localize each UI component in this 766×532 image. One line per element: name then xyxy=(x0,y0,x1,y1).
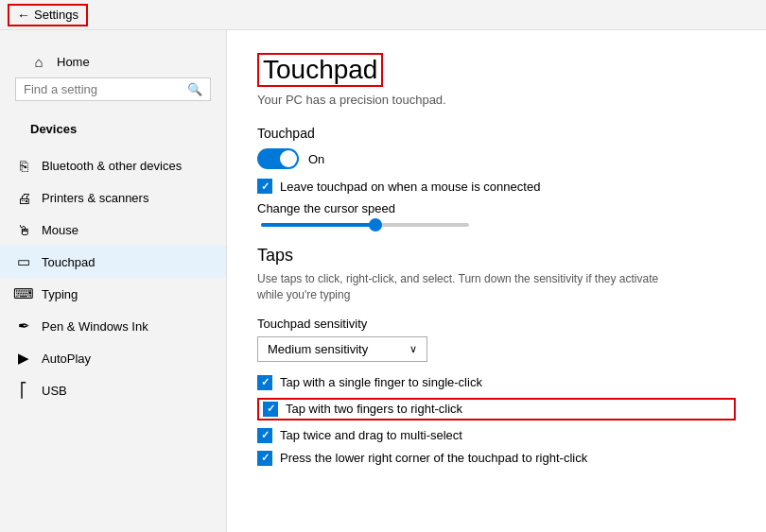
tap-single-checkbox[interactable] xyxy=(257,375,272,390)
tap-two-label: Tap with two fingers to right-click xyxy=(286,402,462,416)
tap-single-row[interactable]: Tap with a single finger to single-click xyxy=(257,375,736,390)
taps-desc: Use taps to click, right-click, and sele… xyxy=(257,271,673,303)
sidebar: ⌂ Home 🔍 Devices ⎘ Bluetooth & other dev… xyxy=(0,30,227,532)
touchpad-icon: ▭ xyxy=(15,253,32,270)
back-arrow-icon: ← xyxy=(17,8,30,23)
sensitivity-value: Medium sensitivity xyxy=(268,342,368,356)
cursor-speed-section: Change the cursor speed xyxy=(257,201,736,227)
sidebar-item-printers[interactable]: 🖨 Printers & scanners xyxy=(0,181,226,214)
back-button[interactable]: ← Settings xyxy=(8,4,88,26)
home-label: Home xyxy=(57,55,90,69)
sidebar-item-bluetooth-label: Bluetooth & other devices xyxy=(42,159,182,173)
sidebar-section-label: Devices xyxy=(15,116,211,142)
printers-icon: 🖨 xyxy=(15,189,32,206)
typing-icon: ⌨ xyxy=(15,285,32,302)
toggle-state-label: On xyxy=(308,152,324,166)
slider-thumb[interactable] xyxy=(369,218,382,232)
tap-corner-label: Press the lower right corner of the touc… xyxy=(280,451,587,465)
sidebar-item-usb-label: USB xyxy=(42,384,67,398)
taps-title: Taps xyxy=(257,246,736,266)
sidebar-item-pen-label: Pen & Windows Ink xyxy=(42,319,148,334)
bluetooth-icon: ⎘ xyxy=(15,157,32,174)
touchpad-toggle[interactable] xyxy=(257,148,299,169)
tap-corner-row[interactable]: Press the lower right corner of the touc… xyxy=(257,451,736,466)
leave-touchpad-label: Leave touchpad on when a mouse is connec… xyxy=(280,180,540,194)
tap-drag-checkbox[interactable] xyxy=(257,428,272,443)
sidebar-item-home[interactable]: ⌂ Home xyxy=(15,45,211,77)
leave-touchpad-checkbox[interactable] xyxy=(257,179,272,194)
page-title-box: Touchpad xyxy=(257,53,383,87)
tap-single-label: Tap with a single finger to single-click xyxy=(280,375,482,389)
touchpad-section-label: Touchpad xyxy=(257,126,736,141)
page-title: Touchpad xyxy=(259,55,381,85)
sidebar-header: ⌂ Home 🔍 Devices xyxy=(0,30,226,149)
taps-section: Taps Use taps to click, right-click, and… xyxy=(257,246,736,466)
sidebar-item-typing[interactable]: ⌨ Typing xyxy=(0,278,226,310)
sidebar-item-autoplay[interactable]: ▶ AutoPlay xyxy=(0,342,226,374)
tap-two-checkbox[interactable] xyxy=(263,402,278,417)
main-layout: ⌂ Home 🔍 Devices ⎘ Bluetooth & other dev… xyxy=(0,30,766,532)
sensitivity-label: Touchpad sensitivity xyxy=(257,317,736,331)
tap-two-row[interactable]: Tap with two fingers to right-click xyxy=(257,398,736,420)
home-icon: ⌂ xyxy=(30,53,47,70)
toggle-row: On xyxy=(257,148,736,169)
sidebar-item-typing-label: Typing xyxy=(42,287,78,301)
cursor-speed-slider[interactable] xyxy=(261,223,469,227)
search-box[interactable]: 🔍 xyxy=(15,77,211,101)
mouse-icon: 🖱 xyxy=(15,221,32,238)
usb-icon: ⎡ xyxy=(15,382,32,399)
autoplay-icon: ▶ xyxy=(15,350,32,367)
sidebar-item-bluetooth[interactable]: ⎘ Bluetooth & other devices xyxy=(0,149,226,181)
tap-drag-row[interactable]: Tap twice and drag to multi-select xyxy=(257,428,736,443)
sidebar-item-touchpad-label: Touchpad xyxy=(42,255,95,269)
leave-touchpad-row[interactable]: Leave touchpad on when a mouse is connec… xyxy=(257,179,736,194)
sidebar-item-mouse[interactable]: 🖱 Mouse xyxy=(0,214,226,246)
pen-icon: ✒ xyxy=(15,317,32,335)
title-bar: ← Settings xyxy=(0,0,766,30)
subtitle: Your PC has a precision touchpad. xyxy=(257,93,736,107)
sidebar-item-mouse-label: Mouse xyxy=(42,223,78,237)
sidebar-item-touchpad[interactable]: ▭ Touchpad xyxy=(0,246,226,278)
chevron-down-icon: ∨ xyxy=(409,343,417,355)
cursor-speed-label: Change the cursor speed xyxy=(257,201,736,215)
sidebar-item-usb[interactable]: ⎡ USB xyxy=(0,374,226,406)
search-icon: 🔍 xyxy=(187,82,202,96)
tap-drag-label: Tap twice and drag to multi-select xyxy=(280,428,462,442)
sidebar-item-pen[interactable]: ✒ Pen & Windows Ink xyxy=(0,310,226,342)
sensitivity-select[interactable]: Medium sensitivity ∨ xyxy=(257,336,427,362)
search-input[interactable] xyxy=(24,82,187,96)
sidebar-item-printers-label: Printers & scanners xyxy=(42,191,148,205)
sidebar-item-autoplay-label: AutoPlay xyxy=(42,352,91,366)
content-area: Touchpad Your PC has a precision touchpa… xyxy=(227,30,766,532)
tap-corner-checkbox[interactable] xyxy=(257,451,272,466)
app-title-label: Settings xyxy=(34,8,78,22)
